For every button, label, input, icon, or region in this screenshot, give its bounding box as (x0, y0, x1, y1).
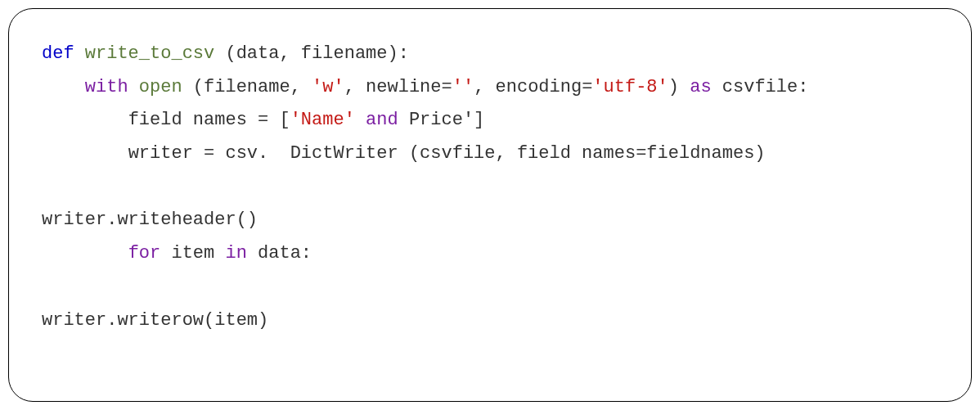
code-token: write_to_csv (85, 43, 214, 64)
code-token: 'Name' (290, 110, 355, 130)
code-token: 'utf-8' (592, 77, 668, 97)
code-token: ) (668, 77, 690, 97)
code-line: field names = ['Name' and Price'] (42, 104, 938, 137)
code-token: and (366, 110, 398, 130)
code-token: writer = csv. DictWriter (csvfile, field… (128, 143, 766, 164)
code-token: with (85, 77, 128, 97)
code-token: item (160, 243, 225, 264)
code-token: writer.writerow(item) (42, 310, 268, 331)
code-token: as (690, 77, 711, 97)
code-token: (data, filename): (214, 43, 409, 64)
code-token: (filename, (182, 77, 312, 97)
code-line: with open (filename, 'w', newline='', en… (42, 71, 938, 105)
code-line: def write_to_csv (data, filename): (42, 38, 938, 71)
code-token: for (128, 243, 161, 264)
code-content: def write_to_csv (data, filename): with … (42, 38, 938, 337)
code-line (42, 171, 938, 205)
code-line: for item in data: (42, 237, 938, 271)
code-token (74, 43, 85, 64)
code-token (355, 110, 366, 130)
code-line: writer.writeheader() (42, 204, 938, 237)
code-token: '' (452, 77, 474, 97)
code-line: writer = csv. DictWriter (csvfile, field… (42, 137, 938, 171)
code-token: 'w' (312, 77, 344, 97)
code-line (42, 271, 938, 304)
code-token: def (42, 43, 74, 64)
code-token: , newline= (344, 77, 452, 97)
code-token: field names = [ (128, 110, 290, 130)
code-token: in (225, 243, 246, 264)
code-block: def write_to_csv (data, filename): with … (8, 8, 972, 402)
code-line: writer.writerow(item) (42, 304, 938, 338)
code-token: csvfile: (712, 77, 809, 97)
code-token: , encoding= (474, 77, 592, 97)
code-token: open (139, 77, 182, 97)
code-token (128, 77, 139, 97)
code-token: Price'] (398, 110, 485, 130)
code-token: writer.writeheader() (42, 210, 258, 230)
code-token: data: (247, 243, 312, 264)
